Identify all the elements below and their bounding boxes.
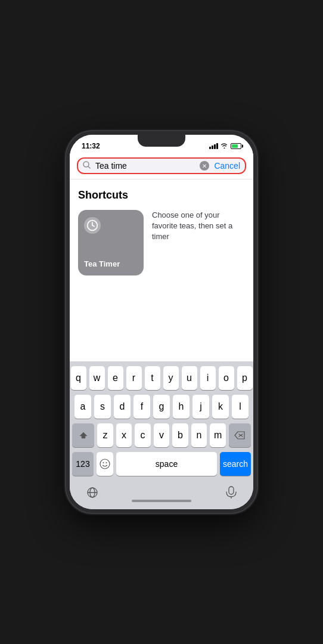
battery-fill xyxy=(232,144,238,148)
svg-point-9 xyxy=(106,462,107,463)
key-p[interactable]: p xyxy=(237,366,253,390)
key-a[interactable]: a xyxy=(74,395,91,419)
num-key[interactable]: 123 xyxy=(72,452,94,476)
key-t[interactable]: t xyxy=(145,366,160,390)
search-icon xyxy=(83,161,91,171)
key-g[interactable]: g xyxy=(153,395,170,419)
key-l[interactable]: l xyxy=(232,395,249,419)
mic-key[interactable] xyxy=(226,486,237,502)
key-c[interactable]: c xyxy=(135,423,151,447)
svg-point-7 xyxy=(100,459,110,469)
cancel-button[interactable]: Cancel xyxy=(214,161,240,171)
key-k[interactable]: k xyxy=(212,395,229,419)
key-n[interactable]: n xyxy=(191,423,207,447)
svg-line-1 xyxy=(88,166,90,168)
keyboard-row-1: q w e r t y u i o p xyxy=(72,366,251,390)
globe-key[interactable] xyxy=(86,487,98,501)
key-z[interactable]: z xyxy=(97,423,113,447)
search-bar[interactable]: Tea time ✕ Cancel xyxy=(77,157,246,174)
battery-icon xyxy=(231,143,241,149)
status-icons xyxy=(209,143,241,150)
phone-frame: 11:32 xyxy=(66,131,257,513)
shortcut-description: Choose one of your favorite teas, then s… xyxy=(152,210,245,243)
key-y[interactable]: y xyxy=(163,366,179,390)
delete-key[interactable] xyxy=(229,423,251,447)
key-s[interactable]: s xyxy=(94,395,111,419)
key-d[interactable]: d xyxy=(114,395,131,419)
key-m[interactable]: m xyxy=(210,423,226,447)
status-bar: 11:32 xyxy=(70,135,253,153)
svg-line-4 xyxy=(92,225,94,227)
key-j[interactable]: j xyxy=(192,395,209,419)
signal-icon xyxy=(209,143,218,149)
key-w[interactable]: w xyxy=(89,366,105,390)
svg-rect-13 xyxy=(229,487,234,494)
status-time: 11:32 xyxy=(82,142,100,150)
key-e[interactable]: e xyxy=(108,366,123,390)
content-area: Shortcuts Tea Timer Choose one of your f… xyxy=(70,179,253,361)
bottom-bar xyxy=(70,483,253,509)
keyboard: q w e r t y u i o p a s d f g h j k xyxy=(70,361,253,483)
key-h[interactable]: h xyxy=(173,395,190,419)
key-r[interactable]: r xyxy=(126,366,142,390)
wifi-icon xyxy=(220,143,228,150)
space-key[interactable]: space xyxy=(116,452,217,476)
key-q[interactable]: q xyxy=(71,366,86,390)
section-title: Shortcuts xyxy=(78,189,245,202)
key-u[interactable]: u xyxy=(182,366,197,390)
notch xyxy=(138,135,185,147)
key-f[interactable]: f xyxy=(133,395,150,419)
shortcut-title: Tea Timer xyxy=(84,259,120,268)
key-v[interactable]: v xyxy=(154,423,170,447)
key-o[interactable]: o xyxy=(219,366,234,390)
keyboard-row-3: z x c v b n m xyxy=(72,423,251,447)
search-input-value[interactable]: Tea time xyxy=(95,161,195,171)
home-indicator xyxy=(132,500,191,502)
svg-point-8 xyxy=(103,462,104,463)
emoji-key[interactable] xyxy=(97,452,113,476)
shortcut-card[interactable]: Tea Timer xyxy=(78,210,144,275)
clock-icon xyxy=(84,217,101,234)
keyboard-row-4: 123 space search xyxy=(72,452,251,476)
clear-button[interactable]: ✕ xyxy=(200,161,209,171)
search-key[interactable]: search xyxy=(220,452,251,476)
phone-screen: 11:32 xyxy=(70,135,253,509)
shortcut-result: Tea Timer Choose one of your favorite te… xyxy=(78,210,245,275)
shift-key[interactable] xyxy=(72,423,94,447)
search-area: Tea time ✕ Cancel xyxy=(70,153,253,179)
key-x[interactable]: x xyxy=(116,423,132,447)
key-i[interactable]: i xyxy=(200,366,216,390)
key-b[interactable]: b xyxy=(172,423,188,447)
keyboard-row-2: a s d f g h j k l xyxy=(72,395,251,419)
